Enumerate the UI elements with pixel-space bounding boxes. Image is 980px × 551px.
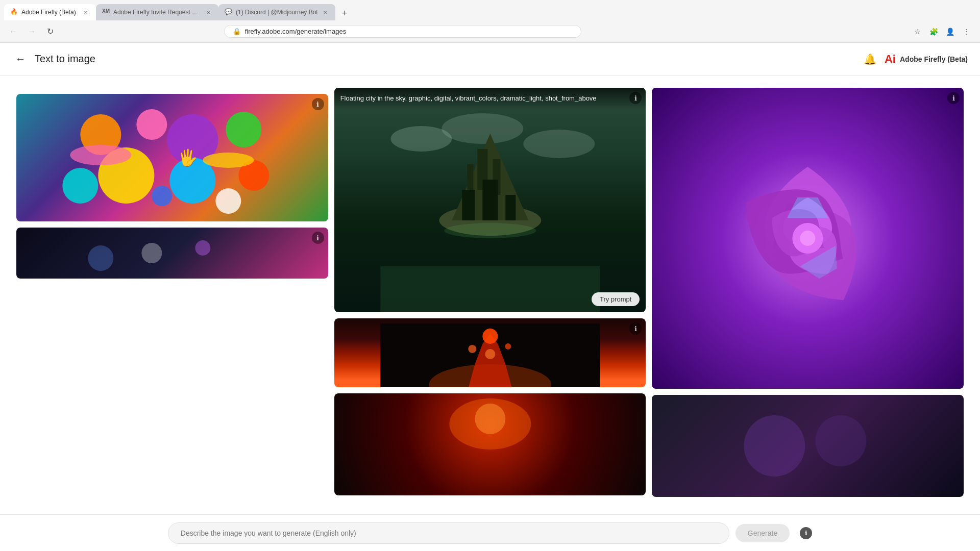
svg-point-14 [70, 145, 131, 165]
svg-point-16 [141, 243, 162, 263]
tab-2[interactable]: XM Adobe Firefly Invite Request Fon... ✕ [96, 4, 218, 20]
tab-2-favicon: XM [102, 8, 110, 16]
col-1: 🌸 ℹ [16, 88, 328, 279]
svg-point-12 [215, 188, 241, 214]
svg-point-18 [88, 245, 113, 271]
adobe-brand: Ai Adobe Firefly (Beta) [885, 53, 968, 66]
svg-point-5 [136, 109, 167, 140]
tab-3-close[interactable]: ✕ [321, 8, 329, 16]
app: ← Text to image 🔔 Ai Adobe Firefly (Beta… [0, 43, 980, 551]
tab-1-close[interactable]: ✕ [82, 8, 90, 16]
tab-2-label: Adobe Firefly Invite Request Fon... [113, 9, 201, 16]
info-btn-2[interactable]: ℹ [312, 98, 324, 110]
svg-point-39 [475, 404, 505, 434]
tab-3-label: (1) Discord | @Midjourney Bot [236, 9, 318, 16]
col-3: ℹ [652, 88, 964, 497]
info-btn-bottom-left[interactable]: ℹ [312, 232, 324, 244]
bottom-info-icon[interactable]: ℹ [800, 527, 812, 539]
notification-icon[interactable]: 🔔 [864, 53, 876, 65]
nav-back[interactable]: ← [6, 24, 20, 39]
image-card-bottom-left[interactable]: ℹ [16, 228, 328, 279]
tab-1[interactable]: 🔥 Adobe Firefly (Beta) ✕ [4, 4, 96, 20]
bookmark-icon[interactable]: ☆ [911, 24, 925, 39]
nav-actions: ☆ 🧩 👤 ⋮ [911, 24, 974, 39]
browser-chrome: 🔥 Adobe Firefly (Beta) ✕ XM Adobe Firefl… [0, 0, 980, 43]
svg-point-15 [203, 153, 254, 168]
info-btn-rose[interactable]: ℹ [947, 92, 960, 104]
svg-point-13 [152, 186, 172, 206]
app-header: ← Text to image 🔔 Ai Adobe Firefly (Beta… [0, 43, 980, 76]
svg-point-21 [523, 130, 595, 158]
extensions-icon[interactable]: 🧩 [927, 24, 941, 39]
svg-point-10 [62, 168, 98, 204]
city-prompt-text: Floating city in the sky, graphic, digit… [340, 94, 597, 102]
tab-1-favicon: 🔥 [10, 8, 18, 16]
content-area: 🌸 ℹ [0, 76, 980, 551]
profile-icon[interactable]: 👤 [943, 24, 958, 39]
generate-button[interactable]: Generate [736, 524, 790, 542]
svg-point-42 [744, 415, 805, 477]
svg-point-41 [800, 231, 816, 246]
svg-point-36 [505, 343, 511, 349]
svg-point-30 [444, 223, 536, 238]
svg-rect-31 [380, 266, 600, 312]
image-card-colorful[interactable]: ℹ 🖐 [16, 94, 328, 221]
new-tab-button[interactable]: + [337, 6, 352, 20]
generate-input[interactable] [168, 522, 729, 544]
image-card-rose[interactable]: ℹ [652, 88, 964, 389]
svg-point-35 [468, 345, 476, 353]
address-text: firefly.adobe.com/generate/images [245, 28, 573, 35]
tab-3[interactable]: 💬 (1) Discord | @Midjourney Bot ✕ [218, 4, 335, 20]
svg-point-7 [226, 112, 261, 147]
page-title: Text to image [35, 53, 95, 65]
image-card-bottom-right[interactable] [652, 395, 964, 497]
city-prompt-overlay: Floating city in the sky, graphic, digit… [334, 88, 646, 109]
svg-point-34 [482, 329, 498, 344]
col-2: Floating city in the sky, graphic, digit… [334, 88, 646, 495]
svg-point-20 [442, 113, 523, 144]
nav-reload[interactable]: ↻ [43, 24, 57, 39]
address-bar[interactable]: 🔒 firefly.adobe.com/generate/images [224, 25, 581, 38]
tab-2-close[interactable]: ✕ [204, 8, 212, 16]
masonry-grid: 🌸 ℹ [16, 88, 964, 497]
menu-icon[interactable]: ⋮ [960, 24, 974, 39]
lock-icon: 🔒 [233, 28, 241, 35]
tab-3-favicon: 💬 [225, 8, 233, 16]
header-right: 🔔 Ai Adobe Firefly (Beta) [864, 53, 968, 66]
bottom-bar: Generate ℹ [0, 514, 980, 551]
svg-point-37 [485, 349, 495, 359]
svg-point-43 [816, 415, 867, 466]
adobe-brand-label: Adobe Firefly (Beta) [900, 55, 968, 63]
nav-forward[interactable]: → [24, 24, 39, 39]
image-card-bottom-center[interactable] [334, 393, 646, 495]
svg-rect-28 [482, 180, 498, 220]
image-card-city[interactable]: Floating city in the sky, graphic, digit… [334, 88, 646, 312]
tab-1-label: Adobe Firefly (Beta) [21, 9, 79, 16]
svg-point-17 [195, 240, 210, 256]
try-prompt-button[interactable]: Try prompt [592, 292, 640, 306]
adobe-logo-mark: Ai [885, 53, 896, 66]
svg-rect-29 [505, 195, 516, 220]
back-button[interactable]: ← [12, 51, 29, 67]
tab-bar: 🔥 Adobe Firefly (Beta) ✕ XM Adobe Firefl… [0, 0, 980, 20]
image-card-fire[interactable]: ℹ [334, 318, 646, 387]
svg-rect-27 [462, 190, 475, 220]
nav-bar: ← → ↻ 🔒 firefly.adobe.com/generate/image… [0, 20, 980, 43]
